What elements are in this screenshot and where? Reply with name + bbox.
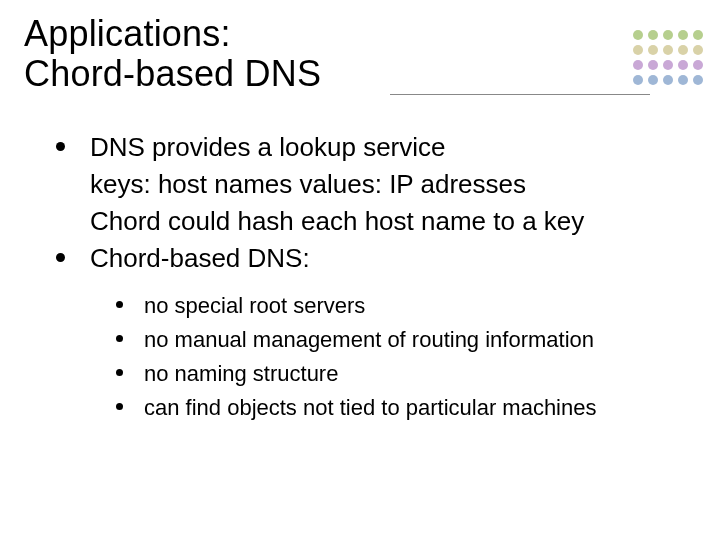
bullet-icon xyxy=(116,403,123,410)
dot-icon xyxy=(678,45,688,55)
dot-icon xyxy=(648,30,658,40)
sub-bullet-list: no special root servers no manual manage… xyxy=(116,290,690,424)
slide-title: Applications: Chord-based DNS xyxy=(24,14,321,95)
dot-icon xyxy=(678,30,688,40)
dot-icon xyxy=(693,60,703,70)
sub-bullet-item: no naming structure xyxy=(116,358,690,390)
dot-icon xyxy=(678,75,688,85)
title-line-1: Applications: xyxy=(24,14,321,54)
slide-body: DNS provides a lookup service keys: host… xyxy=(56,130,690,426)
dot-icon xyxy=(678,60,688,70)
bullet-icon xyxy=(116,369,123,376)
dot-icon xyxy=(633,45,643,55)
dot-icon xyxy=(663,75,673,85)
dot-icon xyxy=(633,60,643,70)
dot-icon xyxy=(633,30,643,40)
sub-bullet-text: no naming structure xyxy=(144,361,338,386)
bullet-item-1: DNS provides a lookup service xyxy=(56,130,690,165)
dot-icon xyxy=(663,45,673,55)
dot-icon xyxy=(693,30,703,40)
sub-bullet-text: no manual management of routing informat… xyxy=(144,327,594,352)
title-divider xyxy=(390,94,650,95)
title-line-2: Chord-based DNS xyxy=(24,54,321,94)
sub-bullet-item: no manual management of routing informat… xyxy=(116,324,690,356)
bullet-item-2: Chord-based DNS: xyxy=(56,241,690,276)
bullet-icon xyxy=(116,301,123,308)
bullet-icon xyxy=(116,335,123,342)
dot-icon xyxy=(648,60,658,70)
bullet-icon xyxy=(56,253,65,262)
bullet-text: Chord-based DNS: xyxy=(90,243,310,273)
bullet-icon xyxy=(56,142,65,151)
bullet-item-1-cont-b: Chord could hash each host name to a key xyxy=(56,204,690,239)
dot-icon xyxy=(663,60,673,70)
sub-bullet-text: no special root servers xyxy=(144,293,365,318)
dot-icon xyxy=(648,75,658,85)
decorative-dot-grid xyxy=(633,30,708,87)
slide: Applications: Chord-based DNS DNS provid… xyxy=(0,0,720,540)
dot-icon xyxy=(693,75,703,85)
dot-icon xyxy=(663,30,673,40)
dot-icon xyxy=(633,75,643,85)
sub-bullet-item: no special root servers xyxy=(116,290,690,322)
sub-bullet-item: can find objects not tied to particular … xyxy=(116,392,690,424)
bullet-text: DNS provides a lookup service xyxy=(90,132,446,162)
dot-icon xyxy=(693,45,703,55)
bullet-item-1-cont-a: keys: host names values: IP adresses xyxy=(56,167,690,202)
dot-icon xyxy=(648,45,658,55)
sub-bullet-text: can find objects not tied to particular … xyxy=(144,395,596,420)
